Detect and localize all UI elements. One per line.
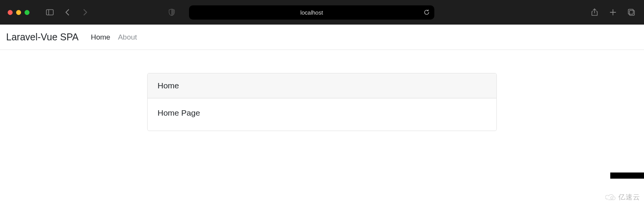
navbar: Laravel-Vue SPA Home About	[0, 25, 644, 50]
main-container: Home Home Page	[0, 50, 644, 131]
browser-chrome: localhost	[0, 0, 644, 25]
svg-rect-5	[629, 10, 634, 15]
forward-button[interactable]	[80, 7, 90, 17]
reload-icon[interactable]	[424, 9, 430, 15]
browser-right-tools	[590, 7, 636, 17]
card-header: Home	[148, 73, 496, 98]
new-tab-icon[interactable]	[608, 7, 618, 17]
tab-overview-icon[interactable]	[626, 7, 636, 17]
traffic-lights	[8, 10, 30, 15]
svg-rect-0	[46, 10, 53, 15]
card-body: Home Page	[148, 98, 496, 131]
overlay-box	[610, 172, 644, 179]
sidebar-toggle-icon[interactable]	[45, 7, 55, 17]
address-bar[interactable]: localhost	[189, 5, 434, 20]
watermark-text: 亿速云	[618, 192, 640, 202]
window-maximize-button[interactable]	[25, 10, 30, 15]
window-close-button[interactable]	[8, 10, 13, 15]
share-icon[interactable]	[590, 7, 600, 17]
back-button[interactable]	[62, 7, 72, 17]
navbar-brand[interactable]: Laravel-Vue SPA	[6, 32, 79, 43]
address-text: localhost	[300, 9, 323, 16]
nav-links: Home About	[91, 33, 137, 41]
page-content: Laravel-Vue SPA Home About Home Home Pag…	[0, 25, 644, 131]
svg-point-7	[611, 197, 613, 199]
nav-link-home[interactable]: Home	[91, 33, 110, 41]
window-minimize-button[interactable]	[16, 10, 21, 15]
watermark: 亿速云	[605, 192, 640, 202]
card: Home Home Page	[147, 73, 497, 131]
shield-icon[interactable]	[167, 7, 177, 17]
nav-link-about[interactable]: About	[118, 33, 137, 41]
svg-rect-6	[628, 9, 633, 14]
